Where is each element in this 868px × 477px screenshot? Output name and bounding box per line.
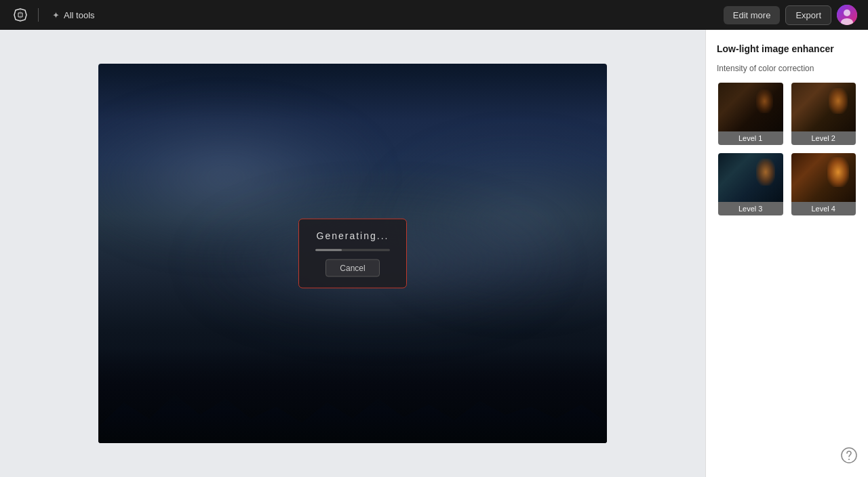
canvas-area: Generating... Cancel: [0, 30, 705, 477]
level-1-item[interactable]: Level 1: [717, 81, 785, 146]
generating-overlay: Generating... Cancel: [298, 219, 407, 289]
level-3-label: Level 3: [718, 202, 783, 215]
navbar-right: Edit more Export: [724, 5, 857, 25]
svg-point-2: [844, 9, 850, 16]
svg-point-5: [848, 459, 850, 460]
panel-title: Low-light image enhancer: [717, 43, 857, 54]
level-4-thumbnail: [791, 153, 856, 202]
level-2-label: Level 2: [791, 131, 856, 145]
image-container: Generating... Cancel: [98, 64, 607, 443]
export-button[interactable]: Export: [785, 5, 831, 25]
level-1-thumbnail: [718, 83, 783, 131]
wand-icon: ✦: [52, 10, 60, 20]
edit-more-button[interactable]: Edit more: [724, 6, 781, 24]
level-grid: Level 1 Level 2 Level 3 Level 4: [717, 81, 857, 217]
nav-divider: [38, 8, 39, 22]
right-panel: Low-light image enhancer Intensity of co…: [705, 30, 868, 477]
user-avatar[interactable]: [837, 5, 857, 25]
level-4-item[interactable]: Level 4: [790, 152, 858, 217]
level-1-label: Level 1: [718, 131, 783, 145]
cancel-button[interactable]: Cancel: [326, 260, 379, 277]
progress-bar: [315, 249, 390, 251]
svg-point-4: [842, 448, 856, 463]
generating-box: Generating... Cancel: [298, 219, 407, 289]
progress-bar-fill: [315, 249, 342, 251]
panel-subtitle: Intensity of color correction: [717, 64, 857, 73]
all-tools-button[interactable]: ✦ All tools: [47, 7, 100, 23]
level-2-item[interactable]: Level 2: [790, 81, 858, 146]
level-3-item[interactable]: Level 3: [717, 152, 785, 217]
generating-text: Generating...: [317, 230, 389, 241]
help-icon-container[interactable]: [841, 447, 857, 466]
level-2-thumbnail: [791, 83, 856, 131]
main-content: Generating... Cancel Low-light image enh…: [0, 30, 868, 477]
navbar: ✦ All tools Edit more Export: [0, 0, 868, 30]
level-3-thumbnail: [718, 153, 783, 202]
help-icon: [841, 447, 857, 463]
app-logo[interactable]: [11, 5, 30, 24]
level-4-label: Level 4: [791, 202, 856, 215]
all-tools-label: All tools: [64, 10, 95, 20]
